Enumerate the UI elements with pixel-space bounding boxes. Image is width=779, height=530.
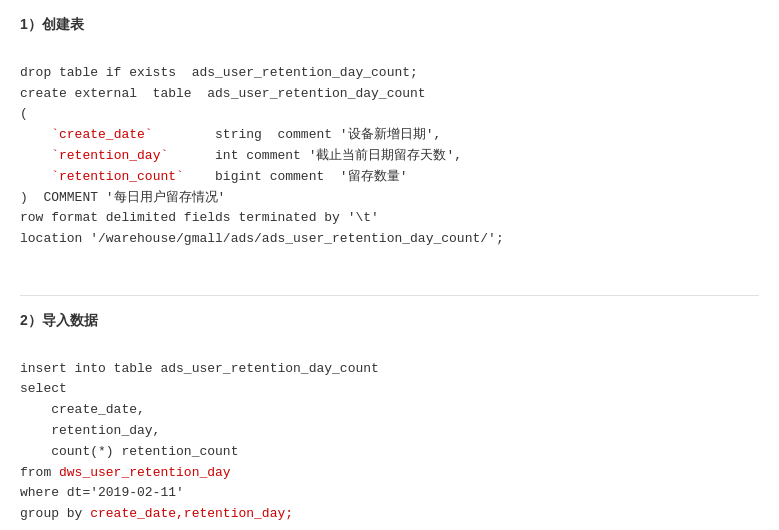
section-1-title: 1）创建表 <box>20 16 759 34</box>
group-by-fields: create_date,retention_day; <box>90 506 293 521</box>
select-retention-day: retention_day, <box>20 423 160 438</box>
select-line: select <box>20 381 67 396</box>
code-line-8: row format delimited fields terminated b… <box>20 210 379 225</box>
code-line-3: ( <box>20 106 28 121</box>
retention-day-field: `retention_day` <box>51 148 168 163</box>
section-import-data: 2）导入数据 insert into table ads_user_retent… <box>20 312 759 530</box>
section-divider <box>20 295 759 296</box>
retention-count-field: `retention_count` <box>51 169 184 184</box>
section-2-title: 2）导入数据 <box>20 312 759 330</box>
insert-line: insert into table ads_user_retention_day… <box>20 361 379 376</box>
code-block-create-table: drop table if exists ads_user_retention_… <box>20 42 759 271</box>
create-date-field: `create_date` <box>51 127 152 142</box>
section-create-table: 1）创建表 drop table if exists ads_user_rete… <box>20 16 759 271</box>
code-line-2: create external table ads_user_retention… <box>20 86 426 101</box>
code-line-5: `retention_day` int comment '截止当前日期留存天数'… <box>20 148 462 163</box>
from-table: dws_user_retention_day <box>59 465 231 480</box>
where-line: where dt='2019-02-11' <box>20 485 184 500</box>
code-line-6: `retention_count` bigint comment '留存数量' <box>20 169 407 184</box>
group-by-line: group by create_date,retention_day; <box>20 506 293 521</box>
code-block-import-data: insert into table ads_user_retention_day… <box>20 338 759 530</box>
code-line-1: drop table if exists ads_user_retention_… <box>20 65 418 80</box>
select-count: count(*) retention_count <box>20 444 238 459</box>
page-container: 1）创建表 drop table if exists ads_user_rete… <box>0 0 779 530</box>
code-line-4: `create_date` string comment '设备新增日期', <box>20 127 441 142</box>
code-line-9: location '/warehouse/gmall/ads/ads_user_… <box>20 231 504 246</box>
select-create-date: create_date, <box>20 402 145 417</box>
from-line: from dws_user_retention_day <box>20 465 231 480</box>
code-line-7: ) COMMENT '每日用户留存情况' <box>20 190 225 205</box>
